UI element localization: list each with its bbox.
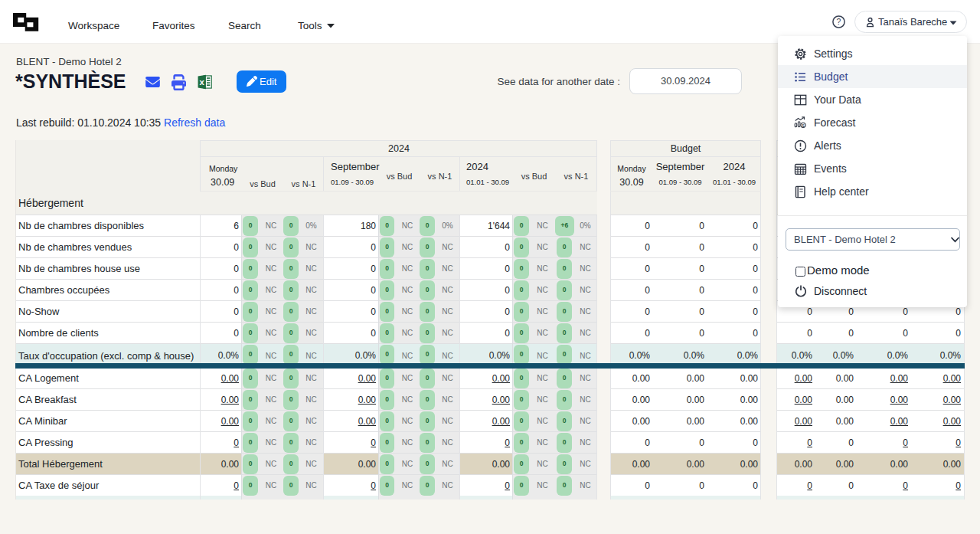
svg-text:?: ?: [837, 17, 841, 26]
svg-text:x: x: [200, 77, 205, 87]
